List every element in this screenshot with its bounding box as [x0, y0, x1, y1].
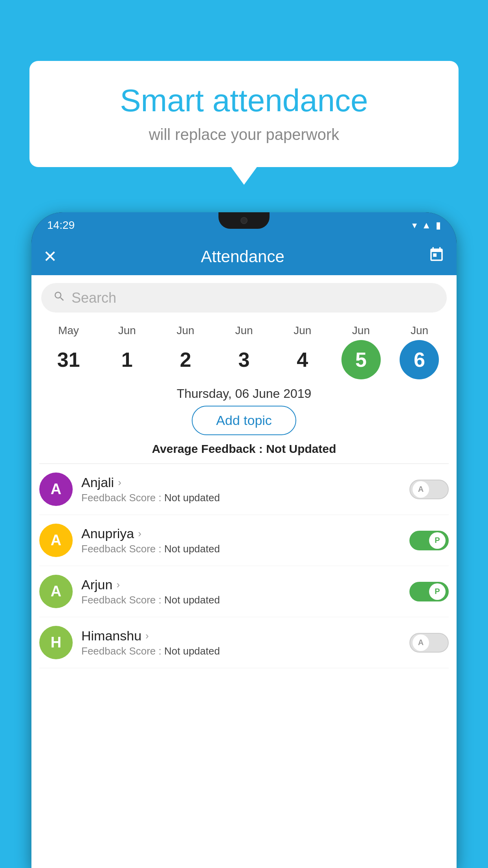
battery-icon: ▮ [436, 220, 441, 231]
calendar-strip: May31Jun1Jun2Jun3Jun4Jun5Jun6 [31, 320, 457, 379]
camera-dot [240, 217, 248, 224]
close-icon[interactable]: ✕ [43, 247, 57, 266]
search-icon [53, 290, 66, 306]
search-bar[interactable]: Search [41, 283, 447, 313]
student-info: Anupriya ›Feedback Score : Not updated [81, 526, 401, 555]
calendar-day[interactable]: Jun1 [101, 324, 152, 379]
add-topic-button[interactable]: Add topic [192, 406, 296, 435]
student-item[interactable]: AAnupriya ›Feedback Score : Not updatedP [39, 515, 449, 566]
avg-feedback-label: Average Feedback : [152, 442, 266, 455]
calendar-day[interactable]: Jun3 [218, 324, 270, 379]
student-feedback: Feedback Score : Not updated [81, 645, 401, 657]
chevron-icon: › [138, 528, 141, 540]
cal-month-label: Jun [177, 324, 194, 337]
speech-bubble: Smart attendance will replace your paper… [29, 61, 459, 167]
student-info: Arjun ›Feedback Score : Not updated [81, 577, 401, 606]
student-item[interactable]: AArjun ›Feedback Score : Not updatedP [39, 566, 449, 617]
app-bar-title: Attendance [57, 247, 428, 266]
calendar-day[interactable]: Jun4 [277, 324, 328, 379]
calendar-day[interactable]: Jun2 [160, 324, 211, 379]
cal-month-label: Jun [235, 324, 253, 337]
student-list: AAnjali ›Feedback Score : Not updatedAAA… [31, 464, 457, 668]
cal-date-number[interactable]: 1 [107, 340, 147, 379]
app-bar: ✕ Attendance [31, 238, 457, 275]
avg-feedback: Average Feedback : Not Updated [31, 442, 457, 456]
cal-date-number[interactable]: 31 [49, 340, 88, 379]
student-name: Himanshu › [81, 628, 401, 644]
calendar-day[interactable]: May31 [43, 324, 94, 379]
attendance-toggle[interactable]: A [409, 480, 449, 499]
chevron-icon: › [118, 476, 121, 489]
toggle-knob: A [413, 634, 429, 651]
avatar: A [39, 473, 73, 506]
student-feedback: Feedback Score : Not updated [81, 594, 401, 606]
student-name: Arjun › [81, 577, 401, 592]
wifi-icon: ▾ [412, 220, 417, 231]
cal-date-number[interactable]: 3 [224, 340, 264, 379]
chevron-icon: › [145, 630, 149, 642]
cal-date-number[interactable]: 5 [341, 340, 381, 379]
cal-month-label: May [58, 324, 79, 337]
avatar: H [39, 626, 73, 659]
student-info: Anjali ›Feedback Score : Not updated [81, 475, 401, 504]
avatar: A [39, 524, 73, 557]
attendance-toggle[interactable]: P [409, 531, 449, 550]
cal-date-number[interactable]: 2 [166, 340, 205, 379]
avg-feedback-value: Not Updated [266, 442, 336, 455]
cal-month-label: Jun [352, 324, 370, 337]
status-time: 14:29 [47, 219, 75, 232]
student-feedback: Feedback Score : Not updated [81, 492, 401, 504]
status-icons: ▾ ▲ ▮ [412, 220, 441, 231]
cal-date-number[interactable]: 6 [400, 340, 439, 379]
phone-frame: 14:29 ▾ ▲ ▮ ✕ Attendance Search [31, 212, 457, 868]
cal-month-label: Jun [411, 324, 428, 337]
student-feedback: Feedback Score : Not updated [81, 543, 401, 555]
calendar-day[interactable]: Jun6 [394, 324, 445, 379]
toggle-knob: P [429, 532, 446, 549]
avatar: A [39, 575, 73, 608]
student-item[interactable]: AAnjali ›Feedback Score : Not updatedA [39, 464, 449, 515]
speech-bubble-container: Smart attendance will replace your paper… [29, 61, 459, 167]
chevron-icon: › [116, 579, 120, 591]
calendar-icon[interactable] [428, 246, 445, 267]
student-name: Anupriya › [81, 526, 401, 541]
cal-date-number[interactable]: 4 [283, 340, 322, 379]
bubble-subtitle: will replace your paperwork [53, 126, 435, 143]
toggle-knob: P [429, 583, 446, 600]
cal-month-label: Jun [118, 324, 136, 337]
bubble-title: Smart attendance [53, 83, 435, 119]
student-info: Himanshu ›Feedback Score : Not updated [81, 628, 401, 657]
cal-month-label: Jun [294, 324, 311, 337]
selected-date-label: Thursday, 06 June 2019 [31, 386, 457, 401]
student-name: Anjali › [81, 475, 401, 490]
calendar-day[interactable]: Jun5 [336, 324, 387, 379]
student-item[interactable]: HHimanshu ›Feedback Score : Not updatedA [39, 617, 449, 668]
toggle-knob: A [413, 481, 429, 498]
attendance-toggle[interactable]: A [409, 633, 449, 653]
attendance-toggle[interactable]: P [409, 582, 449, 601]
search-placeholder: Search [72, 290, 435, 306]
phone-screen: Search May31Jun1Jun2Jun3Jun4Jun5Jun6 Thu… [31, 275, 457, 868]
status-bar: 14:29 ▾ ▲ ▮ [31, 212, 457, 238]
notch [218, 212, 270, 229]
signal-icon: ▲ [422, 220, 431, 231]
